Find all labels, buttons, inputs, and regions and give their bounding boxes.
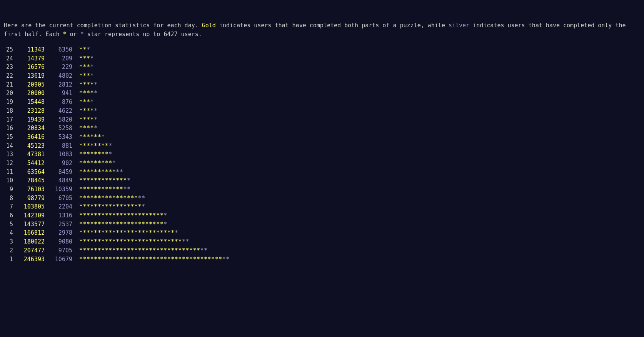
silver-count: 209 [45,54,72,63]
stats-row[interactable]: 25 11343 6350*** [4,45,639,54]
gold-count: 246393 [13,255,45,264]
stats-row[interactable]: 20 20000 941***** [4,89,639,98]
stats-row[interactable]: 2 207477 9705***************************… [4,246,639,255]
stats-row[interactable]: 18 23128 4622***** [4,107,639,115]
star-bar: ***** [72,124,98,133]
stats-row[interactable]: 9 76103 10359************** [4,185,639,194]
day-number: 13 [4,150,13,159]
silver-count: 2204 [45,202,72,211]
star-bar: **** [72,98,94,107]
gold-count: 78445 [13,176,45,185]
day-number: 16 [4,124,13,133]
stats-row[interactable]: 22 13619 4802**** [4,72,639,80]
gold-count: 20000 [13,89,45,98]
gold-stars: ************* [79,177,127,184]
gold-count: 45123 [13,142,45,150]
silver-stars: * [90,63,94,70]
gold-stars: ******** [79,151,108,158]
gold-stars: ** [79,46,87,53]
silver-stars: * [127,177,131,184]
gold-stars: *********************** [79,212,164,219]
day-number: 21 [4,80,13,89]
gold-stars: ************************** [79,229,175,236]
gold-count: 63564 [13,168,45,177]
silver-stars: ** [222,256,230,263]
silver-star-legend: * [80,31,84,38]
stats-row[interactable]: 16 20834 5258***** [4,124,639,133]
stats-row[interactable]: 1 246393 10679**************************… [4,255,639,264]
day-number: 5 [4,220,13,229]
stats-row[interactable]: 19 15448 876**** [4,98,639,107]
stats-row[interactable]: 6 142309 1316************************ [4,211,639,220]
star-bar: *** [72,45,90,54]
stats-row[interactable]: 15 36416 5343******* [4,133,639,142]
silver-stars: * [142,203,145,210]
star-bar: ********** [72,159,116,168]
gold-stars: ******** [79,142,108,149]
stats-row[interactable]: 14 45123 881********* [4,142,639,150]
intro-text-4: or [67,31,80,38]
star-bar: ************** [72,185,130,194]
silver-word: silver [449,22,469,29]
silver-stars: * [164,212,167,219]
stats-row[interactable]: 10 78445 4849************** [4,176,639,185]
stats-row[interactable]: 3 180022 9080***************************… [4,237,639,246]
gold-count: 76103 [13,185,45,194]
gold-stars: ************ [79,186,123,193]
silver-stars: ** [138,195,145,202]
silver-count: 5343 [45,133,72,142]
stats-row[interactable]: 5 143577 2537************************ [4,220,639,229]
stats-row[interactable]: 11 63564 8459************ [4,168,639,177]
gold-count: 11343 [13,45,45,54]
gold-stars: *** [79,55,90,62]
stats-row[interactable]: 23 16576 229**** [4,63,639,72]
star-bar: ******* [72,133,105,142]
star-bar: ****************************************… [72,255,230,264]
stats-row[interactable]: 7 103805 2204****************** [4,202,639,211]
silver-stars: * [94,90,98,97]
star-bar: ****************************** [72,237,189,246]
stats-row[interactable]: 8 98779 6705****************** [4,194,639,203]
stats-row[interactable]: 13 47381 1083********* [4,150,639,159]
silver-stars: * [101,133,105,140]
silver-stars: * [90,55,94,62]
silver-stars: * [90,72,94,79]
day-number: 19 [4,98,13,107]
silver-stars: * [94,116,98,123]
silver-count: 8459 [45,168,72,177]
star-bar: ****************** [72,194,145,203]
day-number: 25 [4,45,13,54]
stats-row[interactable]: 4 166812 2978*************************** [4,229,639,237]
gold-count: 54412 [13,159,45,168]
intro-text-5: star represents up to 6427 users. [84,31,202,38]
gold-count: 103805 [13,202,45,211]
gold-stars: ********** [79,168,116,175]
gold-count: 47381 [13,150,45,159]
silver-count: 6350 [45,45,72,54]
silver-count: 9705 [45,246,72,255]
stats-row[interactable]: 12 54412 902********** [4,159,639,168]
silver-count: 881 [45,142,72,150]
star-bar: ***** [72,107,98,115]
silver-stars: * [94,125,98,132]
gold-count: 20905 [13,80,45,89]
gold-count: 13619 [13,72,45,80]
day-number: 2 [4,246,13,255]
star-bar: ************************ [72,211,167,220]
silver-count: 9080 [45,237,72,246]
stats-row[interactable]: 21 20905 2812***** [4,80,639,89]
silver-count: 5820 [45,115,72,124]
stats-row[interactable]: 17 19439 5820***** [4,115,639,124]
silver-stars: ** [123,186,130,193]
gold-count: 207477 [13,246,45,255]
gold-stars: **** [79,125,94,132]
silver-count: 2537 [45,220,72,229]
silver-stars: ** [200,247,208,254]
gold-count: 180022 [13,237,45,246]
gold-star-legend: * [63,31,67,38]
gold-stars: ********* [79,160,112,167]
gold-stars: **** [79,90,94,97]
gold-count: 142309 [13,211,45,220]
silver-stars: * [94,81,98,88]
stats-row[interactable]: 24 14379 209**** [4,54,639,63]
